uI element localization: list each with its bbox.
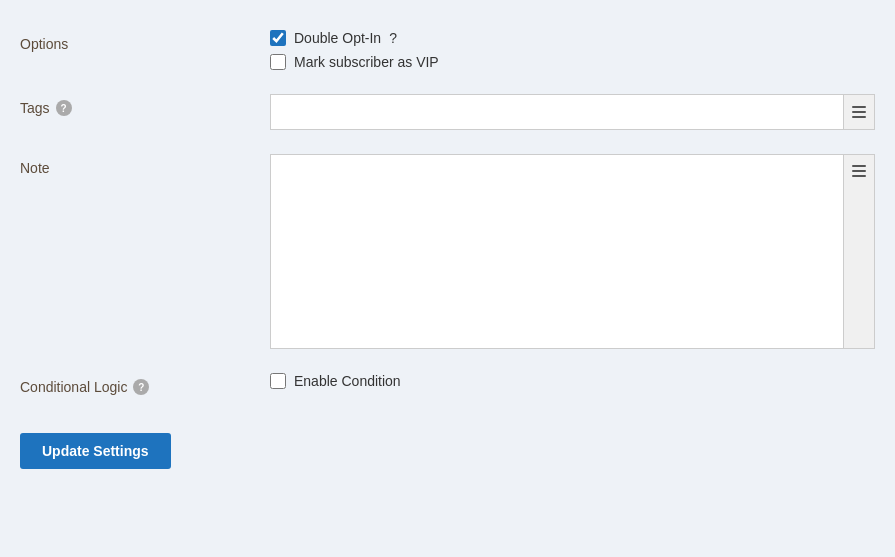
tags-input[interactable]: [270, 94, 843, 130]
tags-label: Tags ?: [20, 94, 270, 116]
svg-rect-5: [852, 175, 866, 177]
svg-rect-0: [852, 106, 866, 108]
mark-vip-label: Mark subscriber as VIP: [294, 54, 439, 70]
tags-row: Tags ?: [20, 94, 875, 130]
note-field: [270, 154, 875, 349]
conditional-logic-row: Conditional Logic ? Enable Condition: [20, 373, 875, 395]
note-wrapper: [270, 154, 875, 349]
options-field: Double Opt-In ? Mark subscriber as VIP: [270, 30, 875, 70]
conditional-logic-field: Enable Condition: [270, 373, 875, 389]
enable-condition-row: Enable Condition: [270, 373, 875, 389]
options-row: Options Double Opt-In ? Mark subscriber …: [20, 30, 875, 70]
mark-vip-row: Mark subscriber as VIP: [270, 54, 875, 70]
tags-picker-icon: [851, 104, 867, 120]
note-textarea[interactable]: [270, 154, 843, 349]
update-button-row: Update Settings: [20, 423, 875, 469]
conditional-logic-help-icon[interactable]: ?: [133, 379, 149, 395]
tags-wrapper: [270, 94, 875, 130]
svg-rect-3: [852, 165, 866, 167]
note-label: Note: [20, 154, 270, 176]
note-label-text: Note: [20, 160, 50, 176]
double-opt-in-help-icon[interactable]: ?: [389, 30, 397, 46]
mark-vip-checkbox[interactable]: [270, 54, 286, 70]
tags-label-text: Tags: [20, 100, 50, 116]
note-row: Note: [20, 154, 875, 349]
double-opt-in-checkbox[interactable]: [270, 30, 286, 46]
update-settings-button[interactable]: Update Settings: [20, 433, 171, 469]
conditional-logic-label-text: Conditional Logic: [20, 379, 127, 395]
options-label-text: Options: [20, 36, 68, 52]
svg-rect-1: [852, 111, 866, 113]
options-label: Options: [20, 30, 270, 52]
enable-condition-label: Enable Condition: [294, 373, 401, 389]
conditional-logic-label: Conditional Logic ?: [20, 373, 270, 395]
form-container: Options Double Opt-In ? Mark subscriber …: [20, 30, 875, 469]
tags-picker-button[interactable]: [843, 94, 875, 130]
note-picker-button[interactable]: [843, 154, 875, 349]
double-opt-in-row: Double Opt-In ?: [270, 30, 875, 46]
svg-rect-4: [852, 170, 866, 172]
svg-rect-2: [852, 116, 866, 118]
note-picker-icon: [851, 163, 867, 179]
double-opt-in-label: Double Opt-In: [294, 30, 381, 46]
tags-help-icon[interactable]: ?: [56, 100, 72, 116]
enable-condition-checkbox[interactable]: [270, 373, 286, 389]
tags-field: [270, 94, 875, 130]
